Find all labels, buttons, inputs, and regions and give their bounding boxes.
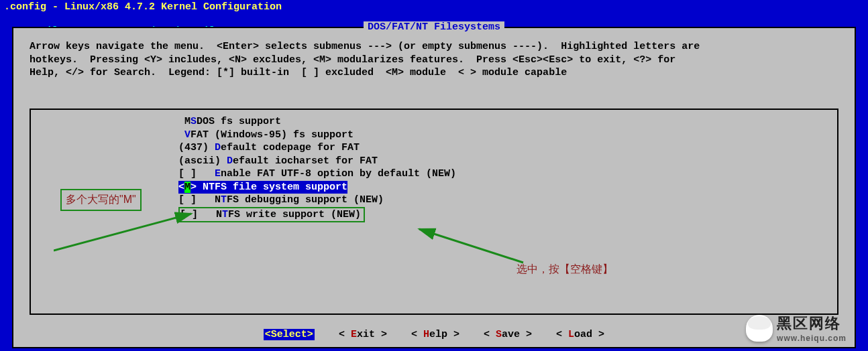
menu-item[interactable]: [ ] NTFS debugging support (NEW): [31, 194, 837, 207]
mushroom-icon: [746, 315, 773, 342]
menu-item[interactable]: (ascii) Default iocharset for FAT: [31, 155, 837, 168]
menu-item[interactable]: [ ] NTFS write support (NEW): [178, 207, 365, 223]
help-text: Arrow keys navigate the menu. <Enter> se…: [13, 28, 855, 85]
button-bar: <Select> < Exit > < Help > < Save > < Lo…: [13, 329, 855, 340]
watermark-title: 黑区网络: [777, 313, 847, 334]
watermark: 黑区网络 www.heiqu.com: [746, 313, 847, 343]
menu-item[interactable]: <M> NTFS file system support: [178, 181, 347, 194]
save-button[interactable]: < Save >: [484, 329, 532, 340]
annotation-multiple-m: 多个大写的"M": [60, 189, 142, 211]
menu-item[interactable]: [ ] Enable FAT UTF-8 option by default (…: [31, 167, 837, 181]
annotation-select-space: 选中，按【空格键】: [517, 263, 613, 277]
menu-item[interactable]: MSDOS fs support: [31, 115, 837, 129]
watermark-url: www.heiqu.com: [777, 334, 847, 343]
help-button[interactable]: < Help >: [411, 329, 459, 340]
menu-list[interactable]: MSDOS fs support VFAT (Windows-95) fs su…: [30, 109, 838, 315]
dialog-title: DOS/FAT/NT Filesystems: [364, 21, 504, 33]
menu-item[interactable]: (437) Default codepage for FAT: [31, 141, 837, 155]
exit-button[interactable]: < Exit >: [339, 329, 387, 340]
menuconfig-dialog: DOS/FAT/NT Filesystems Arrow keys naviga…: [12, 27, 856, 348]
load-button[interactable]: < Load >: [556, 329, 604, 340]
window-title: .config - Linux/x86 4.7.2 Kernel Configu…: [0, 0, 868, 14]
select-button[interactable]: <Select>: [264, 329, 315, 340]
menu-item[interactable]: VFAT (Windows-95) fs support: [31, 129, 837, 142]
